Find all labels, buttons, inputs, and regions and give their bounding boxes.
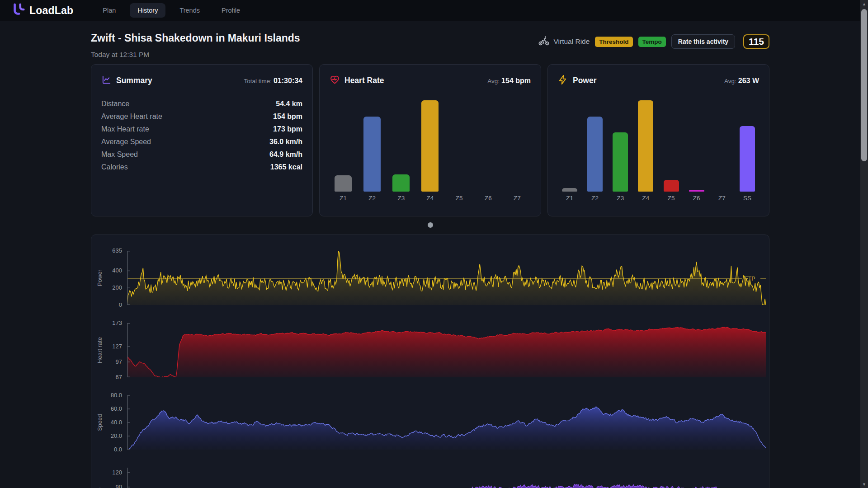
summary-card-header: Summary Total time:01:30:34 <box>91 65 312 87</box>
power-chart-row: Power 0200400635 FTP <box>95 251 762 305</box>
hr-card-title: Heart Rate <box>344 76 384 85</box>
tick-label: 200 <box>112 284 122 291</box>
page-scrollbar[interactable]: ▲ ▼ <box>860 0 868 488</box>
zone-label: SS <box>743 195 751 202</box>
activity-header: Zwift - Shisa Shakedown in Makuri Island… <box>91 32 769 59</box>
summary-row-avg-hr: Average Heart rate154 bpm <box>101 110 302 123</box>
total-time-label: Total time: <box>244 78 272 84</box>
summary-card: Summary Total time:01:30:34 Distance54.4… <box>91 64 313 216</box>
activity-title-block: Zwift - Shisa Shakedown in Makuri Island… <box>91 32 300 59</box>
loadlab-logo-icon <box>12 3 25 18</box>
zone-column-Z2: Z2 <box>582 100 608 202</box>
hr-card-header: Heart Rate Avg:154 bpm <box>320 65 541 87</box>
intensity-badge-tempo: Tempo <box>638 37 666 47</box>
power-card-title: Power <box>573 76 597 85</box>
zone-label: Z3 <box>617 195 624 202</box>
tick-label: 400 <box>112 267 122 274</box>
time-series-charts-card: Power 0200400635 FTP Heart rate 67971271… <box>91 235 769 488</box>
nav-item-profile[interactable]: Profile <box>214 3 248 18</box>
hr-average: Avg:154 bpm <box>487 77 531 85</box>
summary-row-max-hr: Max Heart rate173 bpm <box>101 123 302 136</box>
zone-bar-SS <box>740 126 755 192</box>
heart-pulse-icon <box>330 75 340 87</box>
zone-bar-Z1 <box>562 188 577 192</box>
tick-label: 90 <box>116 483 122 488</box>
zone-column-Z5: Z5 <box>659 100 684 202</box>
zone-label: Z5 <box>456 195 463 202</box>
power-card-header: Power Avg:263 W <box>548 65 769 87</box>
zone-bar-Z5 <box>664 180 679 192</box>
summary-rows: Distance54.4 km Average Heart rate154 bp… <box>101 98 302 174</box>
cadence-area-chart <box>127 468 762 488</box>
hr-axis-label: Heart rate <box>96 337 103 363</box>
tick-label: 80.0 <box>111 392 122 399</box>
tick-label: 97 <box>116 358 122 365</box>
total-time: Total time:01:30:34 <box>244 77 302 85</box>
zone-bar-Z3 <box>392 174 410 192</box>
hr-zone-bar-chart: Z1Z2Z3Z4Z5Z6Z7 <box>329 100 532 202</box>
power-zones-card: Power Avg:263 W Z1Z2Z3Z4Z5Z6Z7SS <box>547 64 769 216</box>
summary-row-calories: Calories1365 kcal <box>101 161 302 174</box>
zone-column-Z4: Z4 <box>633 100 658 202</box>
power-zone-bar-chart: Z1Z2Z3Z4Z5Z6Z7SS <box>557 100 760 202</box>
speed-y-axis-ticks: 0.020.040.060.080.0 <box>104 395 127 450</box>
zone-bar-Z2 <box>587 117 603 192</box>
cadence-y-axis-ticks: 0306090120 <box>104 468 127 488</box>
app-viewport: LoadLab Plan History Trends Profile Zwif… <box>0 0 860 488</box>
zone-label: Z1 <box>566 195 573 202</box>
speed-chart-row: Speed 0.020.040.060.080.0 <box>95 395 762 450</box>
tick-label: 60.0 <box>111 405 122 412</box>
zone-label: Z6 <box>693 195 700 202</box>
cadence-chart-row: Cadence 0306090120 <box>95 468 762 488</box>
brand-logo[interactable]: LoadLab <box>12 3 73 18</box>
zone-column-Z5: Z5 <box>445 100 474 202</box>
zone-label: Z4 <box>427 195 434 202</box>
heart-rate-chart-row: Heart rate 6797127173 <box>95 323 762 377</box>
power-average: Avg:263 W <box>724 77 759 85</box>
zone-bar-Z4 <box>638 100 653 192</box>
activity-type: Virtual Ride <box>538 35 590 48</box>
speed-area-chart <box>127 395 762 450</box>
total-time-value: 01:30:34 <box>274 77 302 84</box>
page-title: Zwift - Shisa Shakedown in Makuri Island… <box>91 32 300 44</box>
summary-row-avg-speed: Average Speed36.0 km/h <box>101 136 302 148</box>
zone-label: Z3 <box>397 195 405 202</box>
zone-label: Z2 <box>368 195 376 202</box>
main-nav: Plan History Trends Profile <box>95 3 248 18</box>
nav-item-plan[interactable]: Plan <box>95 3 123 18</box>
nav-item-history[interactable]: History <box>130 3 165 18</box>
summary-card-title: Summary <box>116 76 152 85</box>
zone-column-Z3: Z3 <box>387 100 415 202</box>
zone-column-Z7: Z7 <box>709 100 735 202</box>
rate-activity-button[interactable]: Rate this activity <box>671 34 735 49</box>
tick-label: 67 <box>116 374 122 380</box>
tick-label: 0 <box>119 301 122 308</box>
nav-item-trends[interactable]: Trends <box>172 3 208 18</box>
tick-label: 120 <box>112 469 122 476</box>
zone-column-Z2: Z2 <box>358 100 387 202</box>
carousel-dot[interactable] <box>428 222 433 228</box>
scrollbar-up-arrow[interactable]: ▲ <box>860 0 868 7</box>
activity-meta: Virtual Ride Threshold Tempo Rate this a… <box>538 34 769 49</box>
activity-date: Today at 12:31 PM <box>91 51 300 59</box>
zone-bar-Z6 <box>689 190 704 192</box>
lightning-bolt-icon <box>558 75 568 87</box>
zone-label: Z7 <box>718 195 726 202</box>
tick-label: 173 <box>112 319 122 326</box>
scrollbar-thumb[interactable] <box>861 9 867 161</box>
power-axis-label: Power <box>96 270 103 286</box>
zone-column-Z4: Z4 <box>415 100 444 202</box>
scrollbar-down-arrow[interactable]: ▼ <box>860 481 868 488</box>
zone-label: Z6 <box>485 195 492 202</box>
hr-y-axis-ticks: 6797127173 <box>104 323 127 377</box>
zone-column-Z1: Z1 <box>329 100 358 202</box>
top-navigation-bar: LoadLab Plan History Trends Profile <box>0 0 860 21</box>
zone-column-Z3: Z3 <box>608 100 633 202</box>
zone-column-Z6: Z6 <box>684 100 709 202</box>
intensity-badge-threshold: Threshold <box>595 37 632 47</box>
zone-column-SS: SS <box>735 100 760 202</box>
power-line-chart: FTP <box>127 251 762 305</box>
heart-rate-zones-card: Heart Rate Avg:154 bpm Z1Z2Z3Z4Z5Z6Z7 <box>319 64 541 216</box>
zone-column-Z1: Z1 <box>557 100 582 202</box>
activity-type-label: Virtual Ride <box>553 38 590 46</box>
